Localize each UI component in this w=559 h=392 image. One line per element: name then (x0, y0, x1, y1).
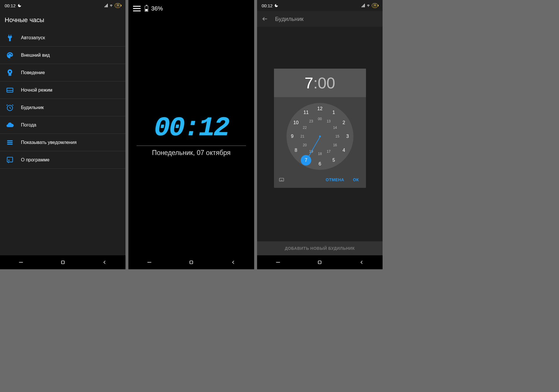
hour-12[interactable]: 12 (317, 106, 323, 111)
menu-icon[interactable] (132, 5, 142, 13)
nav-back-icon[interactable] (359, 259, 365, 265)
settings-screen: 00:12 36 Ночные часы АвтозапускВнешний в… (0, 0, 125, 269)
digital-time: 00:12 (128, 113, 254, 143)
hour-6[interactable]: 6 (319, 161, 321, 167)
list-icon (6, 138, 14, 147)
signal-icon (362, 4, 365, 7)
wifi-icon (366, 4, 371, 7)
nav-home-icon[interactable] (60, 259, 66, 265)
hour-9[interactable]: 9 (291, 134, 293, 139)
menu-item[interactable]: Будильник (0, 99, 125, 116)
time-picker: 7:00 12123456789101100131415161718192021… (274, 69, 366, 188)
status-time: 00:12 (262, 3, 273, 8)
plug-icon (6, 34, 14, 42)
gear-head-icon (6, 69, 14, 77)
hour-21[interactable]: 21 (300, 134, 304, 138)
svg-point-2 (10, 53, 11, 54)
hour-2[interactable]: 2 (342, 120, 345, 125)
svg-rect-21 (190, 261, 193, 264)
moon-icon (17, 3, 22, 8)
menu-label: Поведение (21, 70, 45, 75)
hour-16[interactable]: 16 (333, 143, 337, 147)
clock-knob[interactable]: 7 (301, 155, 311, 165)
picker-actions: ОТМЕНА ОК (274, 174, 366, 188)
alarm-icon (6, 104, 14, 112)
bed-icon (6, 86, 14, 94)
picker-display: 7:00 (274, 69, 366, 97)
svg-line-9 (10, 108, 11, 108)
svg-rect-19 (61, 261, 64, 264)
signal-icon (105, 4, 108, 7)
nav-home-icon[interactable] (188, 259, 194, 265)
palette-icon (6, 51, 14, 59)
hour-18[interactable]: 18 (318, 152, 322, 156)
svg-rect-23 (279, 178, 284, 181)
info-icon (6, 156, 14, 164)
hour-10[interactable]: 10 (293, 120, 298, 125)
settings-list: АвтозапускВнешний видПоведениеНочной реж… (0, 29, 125, 169)
hour-17[interactable]: 17 (327, 149, 330, 154)
clock-face[interactable]: 1212345678910110013141516171819202122237 (286, 103, 353, 170)
menu-item[interactable]: Автозапуск (0, 29, 125, 47)
ok-button[interactable]: ОК (350, 176, 362, 184)
menu-item[interactable]: Внешний вид (0, 47, 125, 64)
clock-screen: 36% 00:12 Понедельник, 07 октября (128, 0, 254, 269)
clock-body: 00:12 Понедельник, 07 октября (128, 113, 254, 157)
battery-icon (145, 6, 148, 12)
hour-5[interactable]: 5 (332, 158, 335, 163)
nav-bar (0, 255, 125, 269)
nav-back-icon[interactable] (230, 259, 236, 265)
hour-15[interactable]: 15 (335, 134, 339, 138)
picker-min[interactable]: 00 (318, 74, 335, 92)
svg-line-11 (12, 104, 13, 106)
hour-00[interactable]: 00 (318, 117, 322, 121)
picker-hour[interactable]: 7 (305, 74, 313, 92)
menu-label: Будильник (21, 105, 44, 110)
hour-13[interactable]: 13 (327, 119, 330, 123)
menu-item[interactable]: Погода (0, 116, 125, 134)
menu-label: О программе (21, 157, 49, 163)
cloud-icon (6, 121, 14, 129)
menu-item[interactable]: Показывать уведомления (0, 134, 125, 151)
nav-recent-icon[interactable] (146, 259, 152, 265)
add-alarm-button[interactable]: ДОБАВИТЬ НОВЫЙ БУДИЛЬНИК (257, 241, 383, 255)
hour-8[interactable]: 8 (295, 148, 297, 153)
nav-bar (128, 255, 254, 269)
hour-4[interactable]: 4 (342, 148, 345, 153)
page-title: Ночные часы (0, 11, 125, 29)
menu-item[interactable]: Поведение (0, 64, 125, 81)
menu-item[interactable]: О программе (0, 151, 125, 169)
battery-pill: 36 (115, 3, 121, 8)
status-time: 00:12 (5, 3, 16, 8)
wifi-icon (109, 4, 114, 7)
hour-11[interactable]: 11 (303, 110, 309, 115)
hour-3[interactable]: 3 (346, 134, 349, 139)
svg-line-10 (6, 104, 8, 106)
keyboard-icon[interactable] (278, 177, 285, 182)
cancel-button[interactable]: ОТМЕНА (323, 176, 347, 184)
alarm-screen: 00:12 36 Будильник 7:00 1212345678910110… (257, 0, 383, 269)
hour-14[interactable]: 14 (333, 126, 337, 130)
menu-label: Внешний вид (21, 53, 50, 58)
back-arrow-icon[interactable] (262, 16, 268, 22)
hour-23[interactable]: 23 (309, 119, 313, 123)
picker-sep: : (313, 74, 318, 92)
svg-rect-15 (7, 157, 13, 162)
hour-22[interactable]: 22 (303, 126, 307, 130)
menu-label: Ночной режим (21, 88, 52, 93)
menu-label: Автозапуск (21, 35, 45, 40)
nav-home-icon[interactable] (317, 259, 323, 265)
svg-rect-30 (318, 261, 321, 264)
nav-back-icon[interactable] (102, 259, 107, 265)
status-bar: 00:12 36 (257, 0, 383, 11)
menu-item[interactable]: Ночной режим (0, 81, 125, 99)
svg-point-4 (9, 71, 11, 72)
nav-recent-icon[interactable] (18, 259, 24, 265)
hour-1[interactable]: 1 (332, 110, 335, 115)
menu-label: Погода (21, 122, 36, 128)
nav-recent-icon[interactable] (275, 259, 281, 265)
alarm-title: Будильник (275, 16, 304, 22)
battery-percent: 36% (151, 5, 163, 12)
alarm-header: Будильник (257, 11, 383, 27)
hour-20[interactable]: 20 (303, 143, 307, 147)
